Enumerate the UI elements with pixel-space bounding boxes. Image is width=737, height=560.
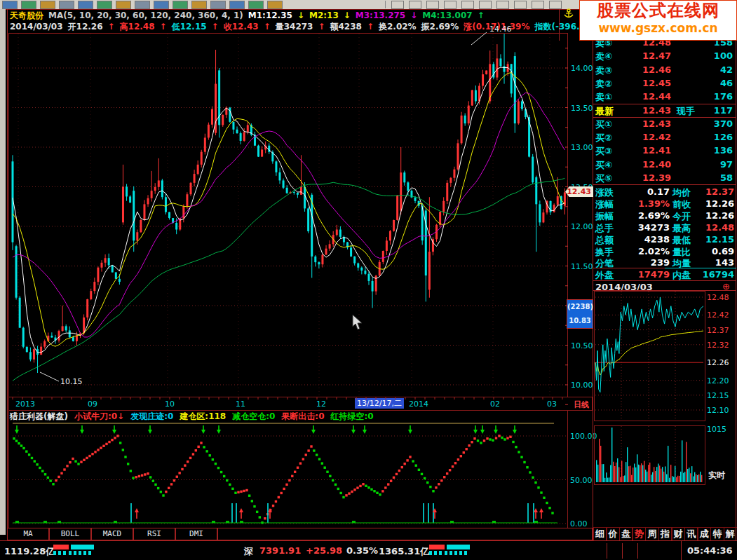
value-tag: (2238) 10.83 <box>567 299 593 329</box>
charts-canvas[interactable] <box>0 0 737 560</box>
low-annotation: 10.15 <box>60 377 83 386</box>
stock-app-window: 天奇股份MA(5, 10, 20, 30, 60, 120, 240, 360,… <box>0 0 737 560</box>
watermark-banner: 股票公式在线网 www.gszx.com.cn <box>579 0 737 41</box>
watermark-url: www.gszx.com.cn <box>580 20 736 36</box>
last-price-tag: 12.43 <box>565 186 593 197</box>
anchor-icon[interactable] <box>561 8 576 19</box>
watermark-title: 股票公式在线网 <box>580 1 736 20</box>
mouse-cursor <box>351 314 366 332</box>
high-annotation: 14.46 <box>489 25 512 34</box>
